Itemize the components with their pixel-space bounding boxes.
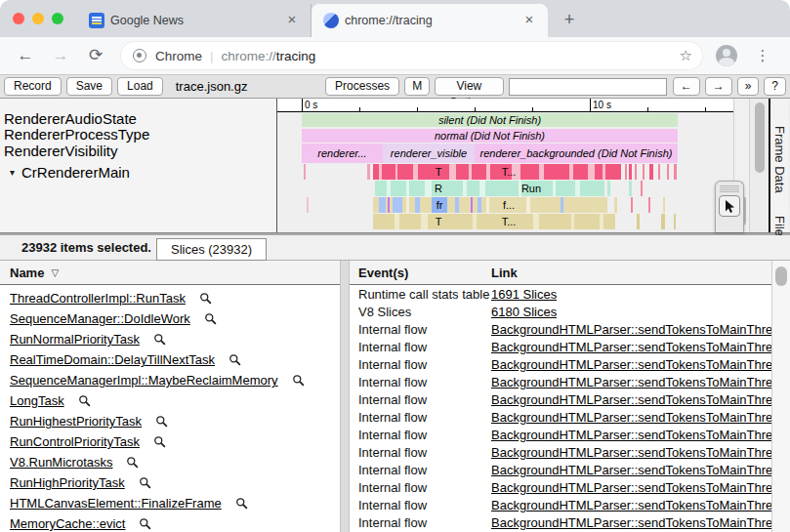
browser-menu-icon[interactable]: ⋮ xyxy=(749,42,776,69)
magnifier-icon[interactable] xyxy=(126,456,139,469)
tab-frame-data[interactable]: Frame Data xyxy=(772,126,787,193)
slice-name-link[interactable]: RealTimeDomain::DelayTillNextTask xyxy=(10,352,215,367)
tab-slices[interactable]: Slices (23932) xyxy=(156,238,267,261)
back-icon[interactable]: ← xyxy=(12,42,39,69)
event-type-label: Runtime call stats table xyxy=(350,287,491,302)
mode-selector-panel xyxy=(715,181,744,232)
view-options-button[interactable]: View Options xyxy=(435,77,504,96)
trace-slice xyxy=(614,197,617,213)
ruler-tick-label: 10 s xyxy=(590,100,611,110)
magnifier-icon[interactable] xyxy=(139,476,151,489)
navigation-bar: ← → ⟳ Chrome | chrome:// tracing ☆ ⋮ xyxy=(0,37,790,74)
panel-scrollbar[interactable] xyxy=(771,261,790,532)
thread-crrenderermain[interactable]: ▾ CrRendererMain xyxy=(0,163,276,181)
drag-handle[interactable] xyxy=(720,184,739,193)
table-row: Internal flowBackgroundHTMLParser::sendT… xyxy=(350,443,771,461)
event-link[interactable]: BackgroundHTMLParser::sendTokensToMainTh… xyxy=(491,428,771,442)
tab-google-news[interactable]: Google News × xyxy=(77,4,312,37)
find-input[interactable] xyxy=(509,78,667,96)
reload-icon[interactable]: ⟳ xyxy=(82,42,109,69)
tab-tracing[interactable]: chrome://tracing × xyxy=(312,4,548,37)
slice-name-link[interactable]: RunControlPriorityTask xyxy=(10,434,140,449)
trace-slice xyxy=(569,164,573,180)
slice-name-link[interactable]: MemoryCache::evict xyxy=(10,516,125,531)
event-link[interactable]: BackgroundHTMLParser::sendTokensToMainTh… xyxy=(491,463,771,477)
magnifier-icon[interactable] xyxy=(199,292,212,305)
trace-slice xyxy=(674,164,677,180)
tracks-scrollbar[interactable] xyxy=(749,99,769,232)
slice-name-link[interactable]: RunHighPriorityTask xyxy=(10,475,125,490)
find-next-button[interactable]: → xyxy=(705,77,732,96)
trace-slice xyxy=(661,214,665,229)
magnifier-icon[interactable] xyxy=(153,435,166,448)
magnifier-icon[interactable] xyxy=(153,333,166,346)
magnifier-icon[interactable] xyxy=(292,374,305,387)
magnifier-icon[interactable] xyxy=(139,517,151,530)
timeline-canvas[interactable]: 0 s10 s silent (Did Not Finish)normal (D… xyxy=(277,99,733,232)
event-link[interactable]: BackgroundHTMLParser::sendTokensToMainTh… xyxy=(491,340,771,354)
tab-close-icon[interactable]: × xyxy=(520,12,538,29)
table-row: RunHighestPriorityTask xyxy=(0,411,340,431)
help-button[interactable]: ? xyxy=(764,77,786,96)
event-link[interactable]: BackgroundHTMLParser::sendTokensToMainTh… xyxy=(491,392,771,407)
address-bar[interactable]: Chrome | chrome:// tracing ☆ xyxy=(121,42,702,69)
event-type-label: Internal flow xyxy=(350,480,491,495)
event-link[interactable]: BackgroundHTMLParser::sendTokensToMainTh… xyxy=(491,410,771,425)
event-link[interactable]: BackgroundHTMLParser::sendTokensToMainTh… xyxy=(491,375,771,389)
page-info-icon[interactable] xyxy=(133,49,146,62)
record-button[interactable]: Record xyxy=(4,77,62,96)
ruler-tick xyxy=(532,107,533,111)
find-last-button[interactable]: » xyxy=(737,77,760,96)
event-link[interactable]: BackgroundHTMLParser::sendTokensToMainTh… xyxy=(491,480,771,495)
trace-slice xyxy=(413,164,418,180)
magnifier-icon[interactable] xyxy=(229,353,241,366)
bookmark-star-icon[interactable]: ☆ xyxy=(680,47,692,64)
scrollbar-thumb[interactable] xyxy=(775,266,787,286)
trace-slice xyxy=(473,214,477,229)
slice-name-link[interactable]: SequenceManager::DoIdleWork xyxy=(10,311,190,326)
magnifier-icon[interactable] xyxy=(204,312,217,325)
scrollbar-thumb[interactable] xyxy=(755,102,765,173)
magnifier-icon[interactable] xyxy=(78,394,91,407)
trace-slice xyxy=(479,181,485,196)
name-column-header[interactable]: Name ▽ xyxy=(0,261,340,285)
event-link[interactable]: 6180 Slices xyxy=(491,305,557,319)
magnifier-icon[interactable] xyxy=(155,415,168,428)
track-label-renderer-visibility: RendererVisibility xyxy=(0,143,276,163)
selection-mode-button[interactable] xyxy=(719,195,740,217)
processes-button[interactable]: Processes xyxy=(325,77,399,96)
side-tab-strip: Frame Data File xyxy=(769,99,788,232)
slice-name-link[interactable]: RunHighestPriorityTask xyxy=(10,414,142,429)
new-tab-button[interactable]: + xyxy=(556,7,583,34)
trace-slice xyxy=(561,197,563,213)
table-splitter[interactable] xyxy=(340,261,350,532)
save-button[interactable]: Save xyxy=(66,77,112,96)
load-button[interactable]: Load xyxy=(117,77,163,96)
slice-name-link[interactable]: RunNormalPriorityTask xyxy=(10,332,140,347)
trace-slice xyxy=(486,197,489,213)
magnifier-icon[interactable] xyxy=(235,497,248,510)
slice-name-link[interactable]: HTMLCanvasElement::FinalizeFrame xyxy=(10,496,222,511)
maximize-window-button[interactable] xyxy=(52,13,63,24)
slice-name-link[interactable]: SequenceManagerImpl::MaybeReclaimMemory xyxy=(10,373,278,388)
forward-icon[interactable]: → xyxy=(47,42,74,69)
slice-name-link[interactable]: ThreadControllerImpl::RunTask xyxy=(10,291,186,306)
event-link[interactable]: BackgroundHTMLParser::sendTokensToMainTh… xyxy=(491,515,771,530)
tab-close-icon[interactable]: × xyxy=(283,12,301,29)
slice-name-link[interactable]: V8.RunMicrotasks xyxy=(10,455,112,470)
ruler-tick-label: 0 s xyxy=(302,100,317,110)
collapse-arrow-icon[interactable]: ▾ xyxy=(10,164,15,181)
event-link[interactable]: BackgroundHTMLParser::sendTokensToMainTh… xyxy=(491,357,771,372)
event-link[interactable]: BackgroundHTMLParser::sendTokensToMainTh… xyxy=(491,322,771,337)
find-previous-button[interactable]: ← xyxy=(673,77,700,96)
close-window-button[interactable] xyxy=(13,13,24,24)
minimize-window-button[interactable] xyxy=(32,13,44,24)
event-link[interactable]: BackgroundHTMLParser::sendTokensToMainTh… xyxy=(491,498,771,512)
tab-file[interactable]: File xyxy=(772,216,787,236)
metrics-button[interactable]: M xyxy=(404,77,430,96)
slice-name-link[interactable]: LongTask xyxy=(10,393,64,408)
trace-slice-label: T... xyxy=(490,164,527,180)
event-link[interactable]: BackgroundHTMLParser::sendTokensToMainTh… xyxy=(491,445,771,460)
event-link[interactable]: 1691 Slices xyxy=(491,287,557,302)
profile-avatar[interactable] xyxy=(716,45,737,66)
